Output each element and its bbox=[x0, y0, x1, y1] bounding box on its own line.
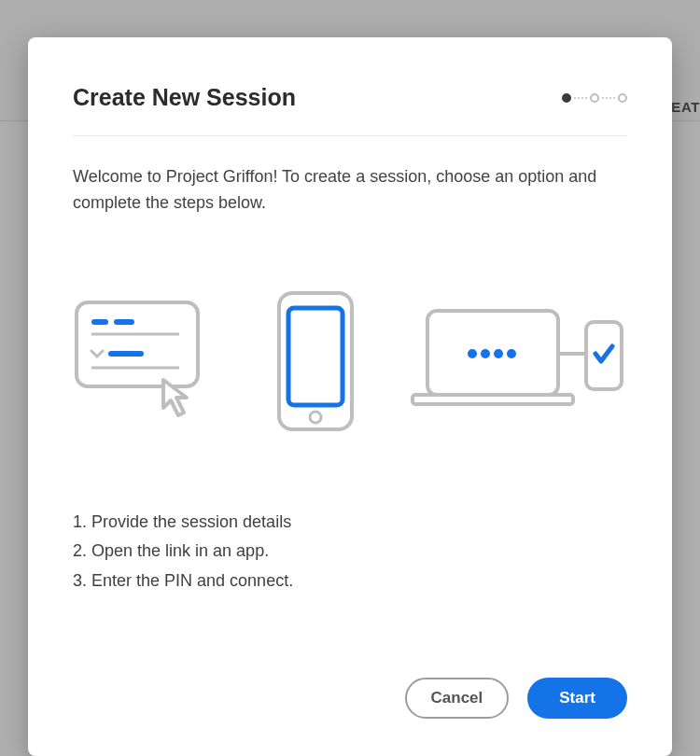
step-dot-1 bbox=[562, 93, 571, 103]
phone-illustration-icon bbox=[277, 291, 354, 435]
step-item-1: 1. Provide the session details bbox=[73, 508, 627, 538]
illustration-row bbox=[73, 291, 627, 435]
svg-point-12 bbox=[481, 349, 490, 358]
step-indicator bbox=[562, 93, 627, 103]
cancel-button[interactable]: Cancel bbox=[405, 678, 510, 719]
dialog-title: Create New Session bbox=[73, 84, 296, 111]
svg-rect-0 bbox=[77, 302, 198, 386]
step-connector bbox=[602, 97, 615, 99]
laptop-phone-illustration-icon bbox=[411, 305, 625, 421]
svg-rect-1 bbox=[91, 319, 108, 325]
welcome-text: Welcome to Project Griffon! To create a … bbox=[73, 164, 627, 217]
step-dot-2 bbox=[590, 93, 599, 103]
start-button[interactable]: Start bbox=[527, 678, 627, 719]
instruction-steps: 1. Provide the session details 2. Open t… bbox=[73, 508, 627, 596]
svg-point-14 bbox=[507, 349, 516, 358]
step-item-3: 3. Enter the PIN and connect. bbox=[73, 567, 627, 596]
svg-rect-2 bbox=[114, 319, 134, 325]
svg-point-11 bbox=[468, 349, 477, 358]
svg-rect-7 bbox=[288, 308, 343, 405]
svg-rect-9 bbox=[427, 311, 558, 395]
svg-point-8 bbox=[310, 412, 321, 423]
dialog-footer: Cancel Start bbox=[73, 650, 627, 719]
step-connector bbox=[574, 97, 587, 99]
svg-rect-4 bbox=[108, 351, 144, 357]
svg-rect-10 bbox=[413, 395, 573, 404]
truncated-background-button: EAT bbox=[671, 99, 700, 115]
create-session-dialog: Create New Session Welcome to Project Gr… bbox=[28, 37, 672, 756]
step-dot-3 bbox=[618, 93, 627, 103]
form-illustration-icon bbox=[75, 301, 219, 426]
step-item-2: 2. Open the link in an app. bbox=[73, 537, 627, 567]
dialog-header: Create New Session bbox=[73, 84, 627, 136]
svg-point-13 bbox=[494, 349, 503, 358]
